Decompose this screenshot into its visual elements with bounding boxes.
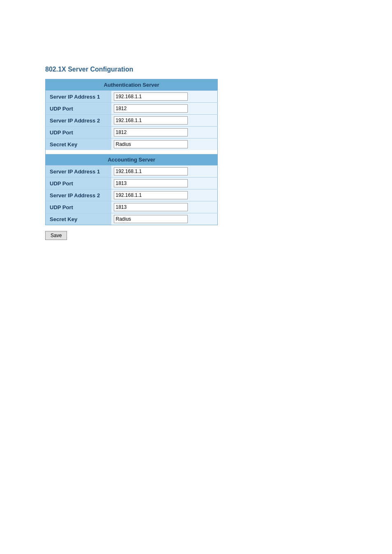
acct-server-ip-2-cell <box>111 189 218 201</box>
acct-server-ip-2-input[interactable] <box>114 191 188 199</box>
auth-udp-port-2-input[interactable] <box>114 128 188 136</box>
table-row: Secret Key <box>46 213 218 225</box>
auth-udp-port-2-label: UDP Port <box>46 127 111 138</box>
auth-server-ip-2-cell <box>111 115 218 127</box>
acct-server-ip-1-cell <box>111 166 218 178</box>
table-row: Server IP Address 1 <box>46 91 218 103</box>
acct-udp-port-1-cell <box>111 178 218 189</box>
auth-server-ip-1-cell <box>111 91 218 103</box>
save-button[interactable]: Save <box>45 231 67 240</box>
auth-udp-port-1-label: UDP Port <box>46 103 111 115</box>
acct-secret-key-label: Secret Key <box>46 213 111 225</box>
auth-udp-port-1-cell <box>111 103 218 115</box>
acct-server-ip-2-label: Server IP Address 2 <box>46 189 111 201</box>
table-row: Server IP Address 2 <box>46 115 218 127</box>
page-container: 802.1X Server Configuration Authenticati… <box>0 0 392 256</box>
table-row: Server IP Address 2 <box>46 189 218 201</box>
acct-udp-port-2-cell <box>111 201 218 213</box>
auth-server-ip-1-label: Server IP Address 1 <box>46 91 111 103</box>
table-row: Server IP Address 1 <box>46 166 218 178</box>
acct-udp-port-2-label: UDP Port <box>46 201 111 213</box>
table-row: UDP Port <box>46 201 218 213</box>
acct-section-header: Accounting Server <box>46 154 218 166</box>
page-title: 802.1X Server Configuration <box>45 66 392 73</box>
auth-udp-port-1-input[interactable] <box>114 104 188 113</box>
auth-server-ip-2-label: Server IP Address 2 <box>46 115 111 127</box>
auth-secret-key-cell <box>111 138 218 150</box>
spacer-row <box>46 150 218 154</box>
auth-secret-key-label: Secret Key <box>46 138 111 150</box>
auth-server-ip-2-input[interactable] <box>114 116 188 125</box>
table-row: UDP Port <box>46 103 218 115</box>
acct-section-header-row: Accounting Server <box>46 154 218 166</box>
acct-udp-port-1-label: UDP Port <box>46 178 111 189</box>
acct-server-ip-1-label: Server IP Address 1 <box>46 166 111 178</box>
auth-section-header-row: Authentication Server <box>46 79 218 91</box>
table-row: Secret Key <box>46 138 218 150</box>
acct-udp-port-1-input[interactable] <box>114 179 188 187</box>
acct-server-ip-1-input[interactable] <box>114 167 188 175</box>
table-row: UDP Port <box>46 178 218 189</box>
acct-secret-key-cell <box>111 213 218 225</box>
auth-server-ip-1-input[interactable] <box>114 92 188 101</box>
auth-udp-port-2-cell <box>111 127 218 138</box>
table-row: UDP Port <box>46 127 218 138</box>
save-button-container: Save <box>45 231 392 240</box>
acct-udp-port-2-input[interactable] <box>114 203 188 211</box>
config-table: Authentication Server Server IP Address … <box>45 79 218 225</box>
auth-secret-key-input[interactable] <box>114 140 188 148</box>
auth-section-header: Authentication Server <box>46 79 218 91</box>
acct-secret-key-input[interactable] <box>114 215 188 223</box>
